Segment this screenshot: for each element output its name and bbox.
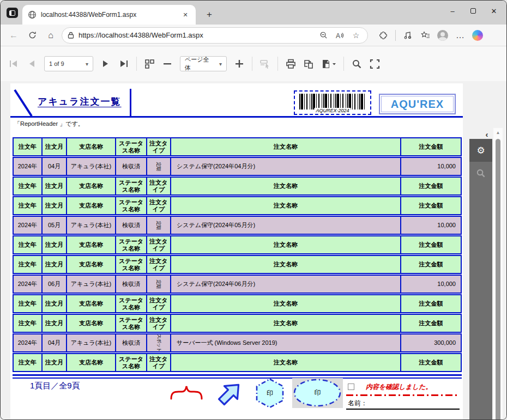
red-dash-dot-line — [346, 394, 460, 396]
header-cell: 注文金額 — [401, 315, 461, 332]
header-cell: 注文月 — [43, 295, 67, 312]
report-page: アキュラ注文一覧 「ReportHeader 」です。 AQUREX-2024 … — [10, 83, 463, 420]
zoom-out-button[interactable] — [162, 58, 173, 69]
table-data-row: 2024年04月アキュラ(本社)検収済スポットサーバー一式 (Windows S… — [13, 333, 462, 352]
header-cell: 注文名称 — [171, 295, 401, 312]
search-button[interactable] — [351, 58, 362, 69]
viewer-body: アキュラ注文一覧 「ReportHeader 」です。 AQUREX-2024 … — [1, 81, 506, 420]
table-data-row: 2024年06月アキュラ(本社)検収済定期システム保守(2024年06月分)10… — [13, 275, 462, 294]
collections-button[interactable] — [418, 28, 433, 43]
toolbar-separator — [136, 57, 137, 71]
minimize-button[interactable]: – — [442, 3, 463, 19]
logo-text: AQU'REX — [391, 98, 444, 111]
browser-essentials-button[interactable] — [400, 28, 415, 43]
browser-action-icons: … — [376, 28, 485, 43]
settings-menu-button[interactable]: … — [452, 28, 468, 43]
header-cell: 注文タイプ — [147, 178, 171, 194]
header-cell: 支店名称 — [67, 295, 116, 312]
next-page-icon — [101, 59, 110, 68]
previous-page-button[interactable] — [26, 58, 37, 69]
continuous-view-button[interactable] — [144, 58, 155, 69]
maximize-button[interactable] — [463, 3, 484, 19]
header-cell: 注文名称 — [171, 178, 401, 194]
header-cell: 支店名称 — [67, 178, 116, 194]
browser-tab[interactable]: localhost:44388/WebForm1.aspx ✕ — [22, 5, 196, 25]
address-bar: ← ⌂ https://localhost:44388/WebForm1.asp… — [1, 25, 506, 46]
select-tool-button[interactable] — [259, 58, 270, 69]
url-field[interactable]: https://localhost:44388/WebForm1.aspx A … — [62, 27, 368, 44]
profile-button[interactable] — [435, 28, 450, 43]
data-cell: 2024年 — [14, 334, 43, 351]
next-page-button[interactable] — [100, 58, 111, 69]
header-cell: 注文金額 — [401, 236, 461, 253]
copilot-button[interactable] — [470, 28, 485, 43]
data-cell: システム保守(2024年05月分) — [171, 217, 401, 234]
print-button[interactable] — [285, 58, 296, 69]
order-type-rotated: 定期 — [156, 162, 161, 171]
caret-down-icon: ▾ — [86, 61, 88, 67]
title-divider-line — [130, 89, 131, 117]
panel-search-button[interactable] — [469, 162, 492, 185]
page-number-label: 1頁目／全9頁 — [30, 381, 80, 391]
header-cell: 注文名称 — [171, 354, 401, 371]
diagonal-line — [13, 89, 36, 118]
header-cell: 注文金額 — [401, 178, 461, 194]
barcode: AQUREX-2024 — [294, 90, 371, 115]
data-cell: 05月 — [43, 217, 67, 234]
confirm-checkbox[interactable] — [348, 384, 354, 390]
zoom-out-page-button[interactable] — [317, 29, 329, 41]
name-label: 名前： — [348, 399, 367, 408]
fullscreen-button[interactable] — [369, 58, 380, 69]
search-icon — [476, 168, 486, 178]
header-cell: 注文タイプ — [147, 138, 171, 155]
header-cell: 支店名称 — [67, 138, 116, 155]
header-cell: 注文名称 — [171, 315, 401, 332]
table-header-row: 注文年注文月支店名称ステータス名称注文タイプ注文名称注文金額 — [13, 353, 462, 372]
page-number-select[interactable]: 1 of 9 ▾ — [44, 56, 93, 71]
last-page-button[interactable] — [118, 58, 129, 69]
divider — [395, 30, 396, 41]
close-button[interactable]: ✕ — [484, 3, 504, 19]
caret-down-icon: ▾ — [219, 61, 222, 67]
print-icon — [286, 59, 296, 69]
home-button[interactable]: ⌂ — [43, 28, 58, 43]
maximize-icon — [470, 8, 476, 14]
data-cell: 検収済 — [116, 276, 147, 293]
panel-settings-button[interactable]: ⚙ — [469, 139, 492, 162]
tab-actions-icon[interactable] — [7, 8, 18, 18]
select-tool-icon — [259, 59, 270, 69]
export-button[interactable] — [321, 58, 336, 69]
data-cell: システム保守(2024年06月分) — [171, 276, 401, 293]
table-header-row: 注文年注文月支店名称ステータス名称注文タイプ注文名称注文金額 — [13, 314, 462, 333]
viewer-side-panel: ⚙ — [469, 139, 492, 420]
favorite-star-button[interactable]: ☆ — [350, 29, 362, 41]
back-button[interactable]: ← — [6, 28, 21, 43]
zoom-in-button[interactable] — [234, 58, 245, 69]
print-layout-button[interactable] — [303, 58, 314, 69]
header-cell: 注文金額 — [401, 256, 461, 273]
toolbar-separator — [277, 57, 278, 71]
read-aloud-button[interactable]: A — [334, 29, 346, 41]
header-cell: 支店名称 — [67, 256, 116, 273]
header-cell: 注文タイプ — [147, 295, 171, 312]
extensions-button[interactable] — [376, 28, 391, 43]
zoom-mode-select[interactable]: ページ全体 ▾ — [180, 56, 227, 71]
first-page-button[interactable] — [8, 58, 19, 69]
order-type-rotated: 定期 — [156, 221, 161, 230]
header-cell: 注文タイプ — [147, 315, 171, 332]
tab-close-icon[interactable]: ✕ — [180, 10, 190, 20]
header-cell: 注文月 — [43, 256, 67, 273]
url-text: https://localhost:44388/WebForm1.aspx — [79, 31, 313, 39]
order-type-rotated: スポット — [156, 334, 161, 351]
header-cell: ステータス名称 — [116, 295, 147, 312]
header-cell: 注文月 — [43, 138, 67, 155]
scroll-up-button[interactable]: ▲ — [493, 128, 503, 137]
header-cell: 注文タイプ — [147, 256, 171, 273]
page-counter-value: 1 of 9 — [49, 60, 64, 67]
vertical-scrollbar[interactable]: ▲ ▼ — [493, 128, 503, 420]
scrollbar-thumb[interactable] — [496, 139, 500, 420]
new-tab-button[interactable]: + — [203, 9, 215, 21]
refresh-button[interactable] — [25, 28, 40, 43]
header-cell: 注文名称 — [171, 256, 401, 273]
panel-collapse-button[interactable]: ‹ — [481, 129, 492, 139]
